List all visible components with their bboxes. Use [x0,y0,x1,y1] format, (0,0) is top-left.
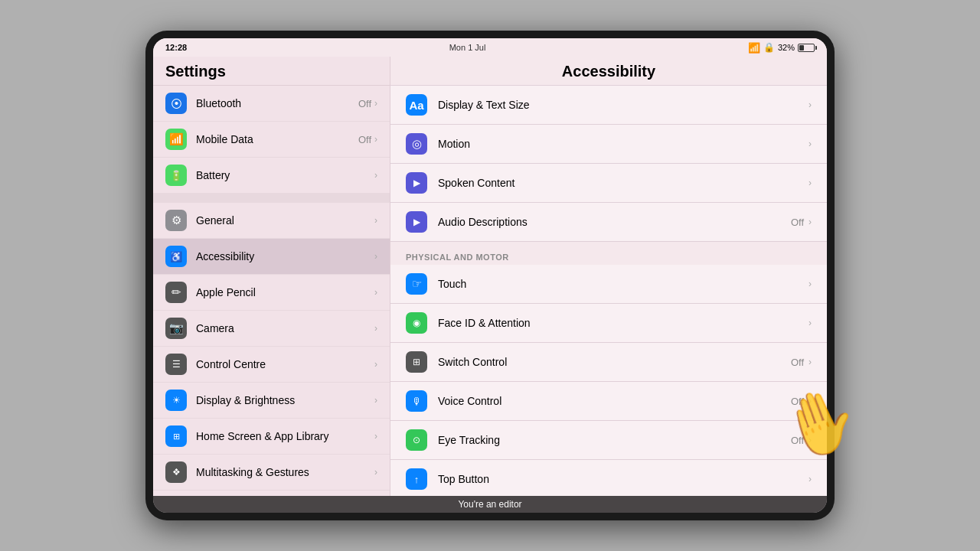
apple-pencil-icon: ✏ [165,282,187,303]
bluetooth-value: Off [358,98,371,109]
sidebar-item-accessibility[interactable]: ♿ Accessibility › [153,239,390,275]
face-id-icon: ◉ [406,312,427,334]
mobile-data-value: Off [358,134,371,145]
panel-item-motion[interactable]: ◎ Motion › [390,125,827,164]
top-button-chevron: › [808,474,812,484]
switch-control-value: Off [791,357,804,368]
eye-tracking-value: Off [791,435,804,446]
panel-item-voice-control[interactable]: 🎙 Voice Control Off › [390,382,827,421]
panel-label-eye-tracking: Eye Tracking [438,434,791,446]
camera-chevron: › [374,323,377,334]
spoken-chevron: › [808,178,812,188]
bottom-bar-label: You're an editor [458,499,521,510]
display-icon: ☀ [165,390,187,411]
sidebar-label-control-centre: Control Centre [196,358,374,370]
battery-fill [799,45,804,51]
sidebar-item-search[interactable]: 🔍 Search › [153,491,390,496]
tablet-frame: 12:28 Mon 1 Jul 📶 🔒 32% Settings ⦿ Bluet… [145,31,835,520]
sidebar-label-bluetooth: Bluetooth [196,97,358,109]
status-bar: 12:28 Mon 1 Jul 📶 🔒 32% [153,38,827,57]
accessibility-icon: ♿ [165,246,187,267]
accessibility-chevron: › [374,251,377,262]
status-time: 12:28 [165,43,187,52]
panel-label-face-id: Face ID & Attention [438,317,808,329]
sidebar-item-control-centre[interactable]: ☰ Control Centre › [153,347,390,383]
battery-percent: 32% [778,43,795,52]
panel-label-audio-desc: Audio Descriptions [438,216,791,228]
status-right: 📶 🔒 32% [748,42,815,54]
spoken-icon: ▶ [406,172,427,194]
panel-label-touch: Touch [438,278,808,290]
sidebar-label-multitasking: Multitasking & Gestures [196,466,374,478]
panel-item-spoken[interactable]: ▶ Spoken Content › [390,164,827,203]
switch-control-icon: ⊞ [406,351,427,373]
audio-desc-value: Off [791,217,804,228]
general-chevron: › [374,215,377,226]
bluetooth-icon: ⦿ [165,93,187,114]
sidebar-divider-1 [153,194,390,203]
panel-item-face-id[interactable]: ◉ Face ID & Attention › [390,304,827,343]
camera-icon: 📷 [165,318,187,339]
sidebar-label-home-screen: Home Screen & App Library [196,430,374,442]
panel-item-audio-desc[interactable]: ▶ Audio Descriptions Off › [390,203,827,242]
bottom-bar: You're an editor [153,496,827,513]
top-button-icon: ↑ [406,468,427,490]
audio-desc-chevron: › [808,217,812,227]
general-icon: ⚙ [165,210,187,231]
eye-tracking-icon: ⊙ [406,429,427,451]
battery-icon [798,44,815,52]
panel-item-display-text[interactable]: Aa Display & Text Size › [390,86,827,125]
sidebar-item-camera[interactable]: 📷 Camera › [153,311,390,347]
panel-item-top-button[interactable]: ↑ Top Button › [390,460,827,496]
panel-label-display-text: Display & Text Size [438,99,808,111]
sidebar-item-home-screen[interactable]: ⊞ Home Screen & App Library › [153,419,390,455]
sidebar-item-mobile-data[interactable]: 📶 Mobile Data Off › [153,122,390,158]
sidebar-item-multitasking[interactable]: ❖ Multitasking & Gestures › [153,455,390,491]
mobile-data-icon: 📶 [165,129,187,150]
lock-icon: 🔒 [763,42,775,53]
panel-item-switch-control[interactable]: ⊞ Switch Control Off › [390,343,827,382]
wifi-icon: 📶 [748,42,760,54]
voice-control-chevron: › [808,396,812,406]
sidebar-title: Settings [153,57,390,86]
sidebar-item-bluetooth[interactable]: ⦿ Bluetooth Off › [153,86,390,122]
voice-control-icon: 🎙 [406,390,427,412]
sidebar-label-accessibility: Accessibility [196,250,374,262]
sidebar-label-camera: Camera [196,322,374,334]
motion-icon: ◎ [406,133,427,155]
control-centre-icon: ☰ [165,354,187,375]
sidebar-item-apple-pencil[interactable]: ✏ Apple Pencil › [153,275,390,311]
motion-chevron: › [808,139,812,149]
panel-label-switch-control: Switch Control [438,356,791,368]
apple-pencil-chevron: › [374,287,377,298]
sidebar-item-general[interactable]: ⚙ General › [153,203,390,239]
section-header-physical: PHYSICAL AND MOTOR [390,242,827,265]
home-screen-icon: ⊞ [165,425,187,447]
bluetooth-chevron: › [374,98,377,109]
sidebar-item-battery[interactable]: 🔋 Battery › [153,158,390,194]
display-text-chevron: › [808,99,812,110]
panel-item-eye-tracking[interactable]: ⊙ Eye Tracking Off › [390,421,827,460]
battery-chevron: › [374,170,377,181]
voice-control-value: Off [791,396,804,407]
multitasking-chevron: › [374,467,377,478]
panel-label-motion: Motion [438,138,808,150]
status-date: Mon 1 Jul [449,43,486,52]
panel-label-voice-control: Voice Control [438,395,791,407]
mobile-data-chevron: › [374,134,377,145]
sidebar-item-display[interactable]: ☀ Display & Brightness › [153,383,390,419]
panel-item-touch[interactable]: ☞ Touch › [390,265,827,304]
face-id-chevron: › [808,318,812,328]
touch-icon: ☞ [406,273,427,295]
multitasking-icon: ❖ [165,461,187,483]
switch-control-chevron: › [808,357,812,367]
sidebar-label-display: Display & Brightness [196,394,374,406]
panel-title: Accessibility [390,57,827,86]
sidebar-label-apple-pencil: Apple Pencil [196,286,374,298]
sidebar-label-mobile-data: Mobile Data [196,133,358,145]
eye-tracking-chevron: › [808,435,812,445]
display-chevron: › [374,395,377,406]
panel-label-spoken: Spoken Content [438,177,808,189]
control-centre-chevron: › [374,359,377,370]
right-panel: Accessibility Aa Display & Text Size › ◎… [390,57,827,496]
